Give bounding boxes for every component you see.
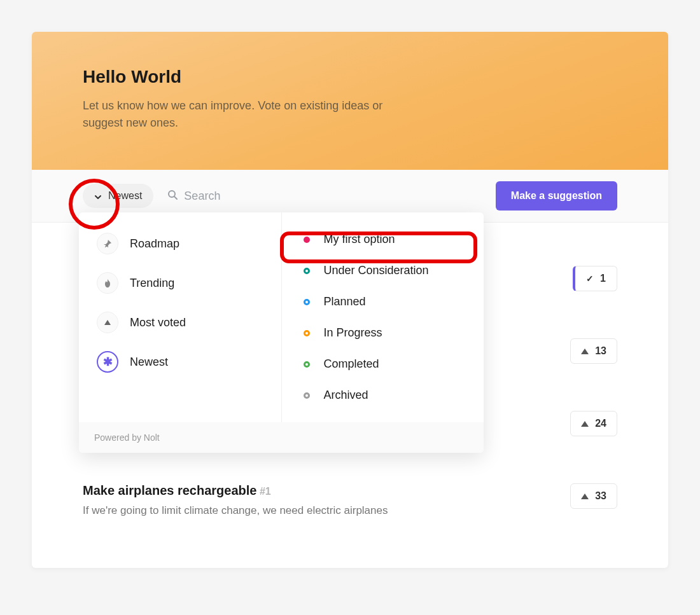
status-option-in-progress[interactable]: In Progress bbox=[282, 317, 484, 349]
board-title: Hello World bbox=[83, 67, 617, 87]
triangle-up-icon bbox=[581, 421, 589, 427]
dropdown-footer[interactable]: Powered by Nolt bbox=[79, 422, 484, 453]
search-input[interactable] bbox=[184, 190, 311, 203]
content-area: Roadmap Trending Most voted bbox=[32, 223, 668, 568]
status-ring-icon bbox=[304, 330, 310, 336]
svg-line-1 bbox=[174, 197, 177, 199]
status-ring-icon bbox=[304, 299, 310, 305]
vote-count: 33 bbox=[595, 490, 606, 502]
sort-option-newest[interactable]: ✱ Newest bbox=[79, 342, 281, 382]
suggestion-id: #1 bbox=[260, 486, 271, 497]
vote-count: 1 bbox=[600, 273, 606, 284]
triangle-up-icon bbox=[97, 312, 118, 333]
flame-icon bbox=[97, 272, 118, 294]
status-ring-icon bbox=[304, 392, 310, 399]
sort-dropdown-toggle[interactable]: Newest bbox=[83, 184, 153, 208]
sort-option-label: Trending bbox=[130, 277, 174, 290]
feedback-board-card: Hello World Let us know how we can impro… bbox=[32, 32, 668, 568]
chevron-down-icon bbox=[94, 192, 102, 200]
status-option-label: In Progress bbox=[324, 326, 382, 340]
sort-option-trending[interactable]: Trending bbox=[79, 263, 281, 303]
search-icon bbox=[167, 190, 178, 202]
status-option-archived[interactable]: Archived bbox=[282, 380, 484, 411]
status-option-under-consideration[interactable]: Under Consideration bbox=[282, 255, 484, 286]
sort-option-most-voted[interactable]: Most voted bbox=[79, 303, 281, 342]
search-wrap bbox=[164, 190, 485, 203]
hero-section: Hello World Let us know how we can impro… bbox=[32, 32, 668, 170]
vote-button[interactable]: 33 bbox=[570, 483, 617, 509]
status-options-column: My first option Under Consideration Plan… bbox=[282, 212, 484, 422]
make-suggestion-button[interactable]: Make a suggestion bbox=[496, 181, 617, 211]
vote-count: 24 bbox=[595, 418, 606, 429]
board-subtitle: Let us know how we can improve. Vote on … bbox=[83, 97, 401, 132]
vote-button[interactable]: ✓ 1 bbox=[573, 266, 617, 291]
sort-dropdown-panel: Roadmap Trending Most voted bbox=[79, 212, 484, 453]
status-ring-icon bbox=[304, 268, 310, 274]
status-option-completed[interactable]: Completed bbox=[282, 349, 484, 380]
sort-options-column: Roadmap Trending Most voted bbox=[79, 212, 282, 422]
suggestion-title: Make airplanes rechargeable bbox=[83, 483, 256, 497]
vote-count: 13 bbox=[595, 345, 606, 357]
vote-button[interactable]: 24 bbox=[570, 411, 617, 436]
triangle-up-icon bbox=[581, 494, 589, 499]
status-option-label: Under Consideration bbox=[324, 264, 429, 277]
check-icon: ✓ bbox=[586, 273, 594, 284]
status-option-label: My first option bbox=[324, 233, 395, 246]
suggestion-description: If we're going to limit climate change, … bbox=[83, 503, 555, 518]
sort-option-label: Roadmap bbox=[130, 237, 179, 251]
suggestion-item[interactable]: Make airplanes rechargeable #1 If we're … bbox=[83, 466, 617, 536]
status-option-my-first-option[interactable]: My first option bbox=[282, 224, 484, 255]
status-option-planned[interactable]: Planned bbox=[282, 286, 484, 317]
status-dot-icon bbox=[304, 237, 310, 243]
triangle-up-icon bbox=[581, 349, 589, 354]
status-option-label: Completed bbox=[324, 357, 379, 371]
sort-option-roadmap[interactable]: Roadmap bbox=[79, 224, 281, 263]
sort-label: Newest bbox=[108, 190, 142, 202]
asterisk-icon: ✱ bbox=[97, 351, 118, 373]
vote-button[interactable]: 13 bbox=[570, 338, 617, 364]
status-option-label: Planned bbox=[324, 295, 366, 308]
sort-option-label: Newest bbox=[130, 356, 168, 369]
status-option-label: Archived bbox=[324, 389, 368, 402]
thumbtack-icon bbox=[97, 233, 118, 254]
status-ring-icon bbox=[304, 361, 310, 368]
sort-option-label: Most voted bbox=[130, 316, 186, 329]
